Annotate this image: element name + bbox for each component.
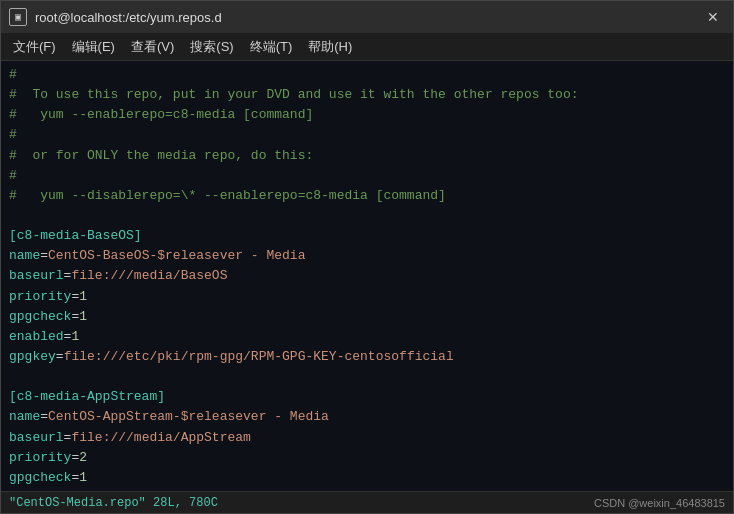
line-7: # yum --disablerepo=\* --enablerepo=c8-m… [9,186,725,206]
line-9: [c8-media-BaseOS] [9,226,725,246]
line-5: # or for ONLY the media repo, do this: [9,146,725,166]
editor-content[interactable]: # # To use this repo, put in your DVD an… [1,61,733,491]
window-title: root@localhost:/etc/yum.repos.d [35,10,222,25]
line-12: priority=1 [9,287,725,307]
close-button[interactable]: ✕ [701,7,725,27]
line-17: [c8-media-AppStream] [9,387,725,407]
menu-edit[interactable]: 编辑(E) [64,36,123,58]
menu-terminal[interactable]: 终端(T) [242,36,301,58]
menu-view[interactable]: 查看(V) [123,36,182,58]
line-11: baseurl=file:///media/BaseOS [9,266,725,286]
line-8 [9,206,725,226]
menu-bar: 文件(F) 编辑(E) 查看(V) 搜索(S) 终端(T) 帮助(H) [1,33,733,61]
line-10: name=CentOS-BaseOS-$releasever - Media [9,246,725,266]
menu-search[interactable]: 搜索(S) [182,36,241,58]
line-16 [9,367,725,387]
line-22: enabled=1 [9,488,725,491]
line-21: gpgcheck=1 [9,468,725,488]
status-text: "CentOS-Media.repo" 28L, 780C [9,496,218,510]
terminal-window: ▣ root@localhost:/etc/yum.repos.d ✕ 文件(F… [0,0,734,514]
status-bar: "CentOS-Media.repo" 28L, 780C CSDN @weix… [1,491,733,513]
line-13: gpgcheck=1 [9,307,725,327]
line-20: priority=2 [9,448,725,468]
watermark: CSDN @weixin_46483815 [594,497,725,509]
line-18: name=CentOS-AppStream-$releasever - Medi… [9,407,725,427]
line-1: # [9,65,725,85]
title-bar: ▣ root@localhost:/etc/yum.repos.d ✕ [1,1,733,33]
line-6: # [9,166,725,186]
line-2: # To use this repo, put in your DVD and … [9,85,725,105]
line-19: baseurl=file:///media/AppStream [9,428,725,448]
line-4: # [9,125,725,145]
menu-file[interactable]: 文件(F) [5,36,64,58]
line-15: gpgkey=file:///etc/pki/rpm-gpg/RPM-GPG-K… [9,347,725,367]
menu-help[interactable]: 帮助(H) [300,36,360,58]
line-3: # yum --enablerepo=c8-media [command] [9,105,725,125]
title-bar-left: ▣ root@localhost:/etc/yum.repos.d [9,8,222,26]
line-14: enabled=1 [9,327,725,347]
terminal-icon: ▣ [9,8,27,26]
